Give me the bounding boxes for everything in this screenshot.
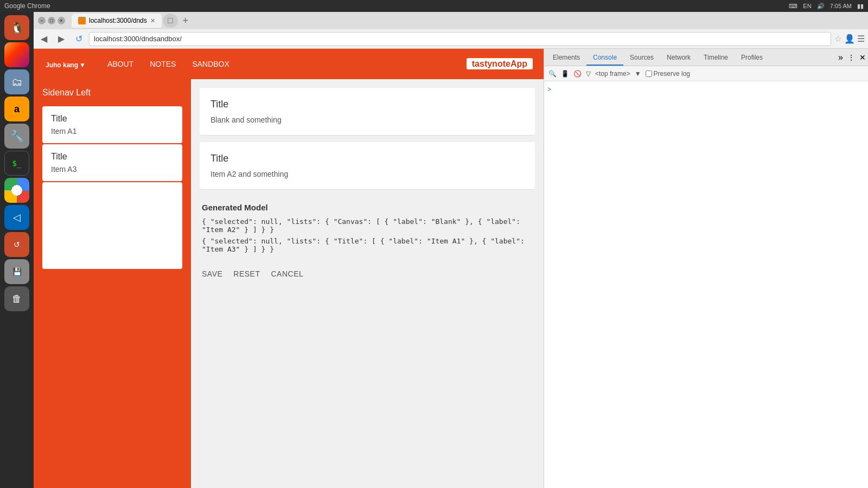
brand-link[interactable]: Juho kang▼ (44, 59, 86, 70)
nav-sandbox[interactable]: SANDBOX (192, 60, 229, 68)
content-card-2[interactable]: Title Item A2 and something (200, 142, 535, 190)
brand-name: Juho kang (46, 61, 78, 69)
sidenav-card-1-item: Item A1 (51, 127, 174, 136)
dt-close-icon[interactable]: ✕ (859, 53, 866, 62)
new-tab-button[interactable]: + (179, 14, 192, 27)
dt-tab-actions: » ⋮ ✕ (838, 53, 866, 66)
dt-more-btn[interactable]: » (838, 53, 843, 62)
devtools-toolbar: 🔍 📱 🚫 ▽ <top frame> ▼ Preserve log (544, 66, 868, 81)
dt-settings-icon[interactable]: ⋮ (847, 53, 855, 62)
url-bar-row: ◀ ▶ ↺ ☆ 👤 ☰ (34, 29, 868, 49)
new-tab-icon: □ (168, 16, 173, 25)
dt-device-btn[interactable]: 📱 (561, 70, 569, 78)
app-header: Juho kang▼ ABOUT NOTES SANDBOX tastynote… (34, 49, 544, 79)
preserve-log-text: Preserve log (654, 70, 690, 78)
sidenav-card-2-title: Title (51, 152, 174, 162)
nav-about[interactable]: ABOUT (107, 60, 133, 68)
tab-bar: localhost:3000/dnds ✕ □ + (72, 14, 192, 28)
firefox-icon[interactable] (4, 42, 29, 67)
tab-close-btn[interactable]: ✕ (150, 17, 155, 24)
terminal-icon[interactable]: $_ (4, 151, 29, 176)
devtools-tabs: Elements Console Sources Network Timelin… (544, 49, 868, 66)
reset-button[interactable]: RESET (233, 269, 260, 278)
devtools-panel: Elements Console Sources Network Timelin… (544, 49, 868, 488)
files-icon[interactable]: 🗂 (4, 69, 29, 94)
tab-favicon (78, 17, 86, 24)
cancel-button[interactable]: CANCEL (271, 269, 304, 278)
forward-button[interactable]: ▶ (54, 32, 68, 46)
dt-tab-profiles[interactable]: Profiles (735, 50, 769, 66)
generated-model-line-2: { "selected": null, "lists": { "Title": … (202, 237, 533, 253)
active-tab[interactable]: localhost:3000/dnds ✕ (72, 14, 162, 28)
os-bar-left: Google Chrome (4, 2, 50, 10)
sidenav-card-1-title: Title (51, 114, 174, 124)
close-btn[interactable]: × (58, 17, 65, 24)
generated-model-line-1: { "selected": null, "lists": { "Canvas":… (202, 217, 533, 234)
sidenav-bottom-area (42, 182, 182, 269)
browser-titlebar: − □ × localhost:3000/dnds ✕ □ + (34, 12, 868, 29)
dt-tab-console[interactable]: Console (586, 50, 623, 66)
volume-icon: 🔊 (817, 3, 825, 10)
content-card-1[interactable]: Title Blank and something (200, 88, 535, 136)
os-bar-right: ⌨ EN 🔊 7:05 AM ▮▮ (789, 3, 864, 10)
minimize-btn[interactable]: − (38, 17, 46, 24)
preserve-log-checkbox[interactable] (646, 70, 652, 77)
dt-tab-timeline[interactable]: Timeline (697, 50, 735, 66)
os-title: Google Chrome (4, 2, 50, 10)
update-icon[interactable]: ↺ (4, 232, 29, 257)
lang-indicator: EN (803, 3, 811, 9)
content-card-2-title: Title (210, 153, 524, 164)
brand-arrow: ▼ (79, 61, 86, 69)
save-button[interactable]: SAVE (202, 269, 222, 278)
dock: 🐧 🗂 a 🔧 $_ ◁ ↺ 💾 🗑 (0, 12, 34, 488)
maximize-btn[interactable]: □ (48, 17, 55, 24)
dt-frame-arrow[interactable]: ▼ (635, 70, 641, 78)
sidenav-card-2[interactable]: Title Item A3 (42, 144, 182, 181)
dt-console-area: > (544, 81, 868, 488)
generated-model: Generated Model { "selected": null, "lis… (200, 196, 535, 263)
url-input[interactable] (89, 32, 831, 46)
chrome-icon[interactable] (4, 178, 29, 203)
trash-icon[interactable]: 🗑 (4, 286, 29, 311)
settings-icon[interactable]: 🔧 (4, 124, 29, 149)
dt-clear-btn[interactable]: 🚫 (573, 70, 582, 78)
dt-prompt-row: > (547, 85, 865, 94)
storage-icon[interactable]: 💾 (4, 259, 29, 284)
clock: 7:05 AM (830, 3, 852, 9)
ubuntu-icon[interactable]: 🐧 (4, 15, 29, 40)
bookmark-icon[interactable]: ☆ (834, 34, 842, 44)
battery-icon: ▮▮ (857, 3, 864, 10)
refresh-button[interactable]: ↺ (72, 32, 86, 46)
app-header-right: tastynoteApp (467, 59, 533, 69)
user-icon[interactable]: 👤 (844, 34, 855, 44)
browser-content: Juho kang▼ ABOUT NOTES SANDBOX tastynote… (34, 49, 868, 488)
dt-tab-sources[interactable]: Sources (623, 50, 660, 66)
vscode-icon[interactable]: ◁ (4, 205, 29, 230)
dt-filter-btn[interactable]: ▽ (586, 70, 591, 78)
nav-notes[interactable]: NOTES (150, 60, 176, 68)
keyboard-icon: ⌨ (789, 3, 797, 10)
url-right-icons: ☆ 👤 ☰ (834, 34, 865, 44)
dt-frame-selector[interactable]: <top frame> (595, 70, 630, 78)
dt-tab-network[interactable]: Network (660, 50, 697, 66)
app-body: Sidenav Left Title Item A1 Title Item A3… (34, 79, 544, 488)
dt-inspect-btn[interactable]: 🔍 (548, 70, 557, 78)
dt-tab-elements[interactable]: Elements (546, 50, 586, 66)
menu-icon[interactable]: ☰ (857, 34, 865, 44)
generated-model-title: Generated Model (202, 203, 533, 212)
app-nav: ABOUT NOTES SANDBOX (107, 60, 229, 68)
amazon-icon[interactable]: a (4, 97, 29, 121)
content-card-2-text: Item A2 and something (210, 170, 524, 178)
back-button[interactable]: ◀ (37, 32, 51, 46)
os-titlebar: Google Chrome ⌨ EN 🔊 7:05 AM ▮▮ (0, 0, 868, 12)
app-logo[interactable]: tastynoteApp (467, 58, 533, 69)
content-card-1-title: Title (210, 99, 524, 110)
inactive-tab[interactable]: □ (163, 14, 178, 28)
sidenav: Sidenav Left Title Item A1 Title Item A3 (34, 79, 191, 488)
app-area: Juho kang▼ ABOUT NOTES SANDBOX tastynote… (34, 49, 544, 488)
window-controls: − □ × (38, 17, 65, 24)
sidenav-card-2-item: Item A3 (51, 165, 174, 174)
tab-title: localhost:3000/dnds (89, 17, 147, 24)
main-content: Title Blank and something Title Item A2 … (191, 79, 544, 488)
sidenav-card-1[interactable]: Title Item A1 (42, 106, 182, 143)
